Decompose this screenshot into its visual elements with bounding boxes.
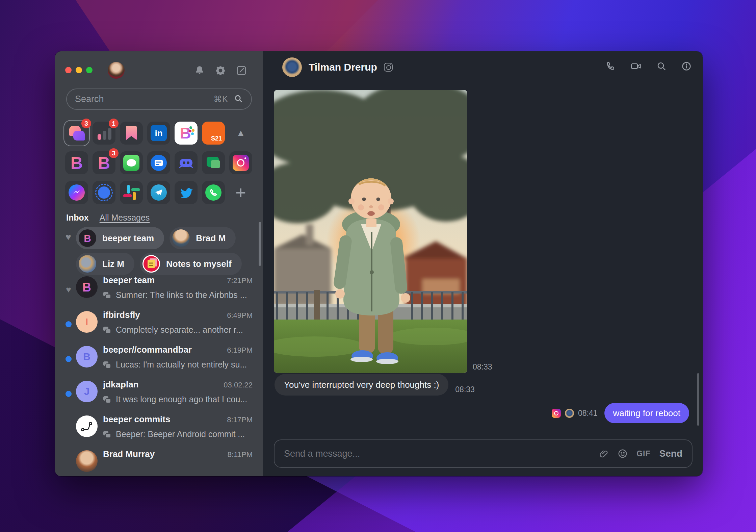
message-history[interactable]: 08:33 You've interrupted very deep thoug… [263,83,703,476]
network-tile-twitter[interactable] [175,181,198,204]
search-icon [234,94,243,105]
favorites-heart-icon: ♥ [66,232,71,243]
avatar: I [76,311,98,333]
network-tile-google-chat[interactable] [202,151,225,174]
chat-time: 03.02.22 [224,381,253,389]
search-input[interactable] [75,94,213,104]
slack-icon-bit [131,188,140,191]
chat-partner-avatar[interactable] [282,57,302,77]
chat-time: 8:17PM [227,415,253,424]
chat-name: Brad Murray [103,449,224,459]
gif-button[interactable]: GIF [636,449,650,458]
chat-list-item-jdkaplan[interactable]: J jdkaplan03.02.22 It was long enough ag… [55,379,263,412]
avatar-commit-graph-icon [76,415,98,437]
favorite-pill-brad-m[interactable]: Brad M [170,227,236,249]
new-chat-compose-icon[interactable] [236,65,247,76]
network-tile-beeper[interactable]: B [65,151,88,174]
chat-name: ifbirdsfly [103,310,223,320]
favorite-pill-liz-m[interactable]: Liz M [76,253,134,275]
network-tile-telegram[interactable] [147,181,170,204]
network-tile-beeper-all-chats[interactable]: 3 [65,122,88,145]
search-bar: ⌘K [66,88,252,110]
avatar: B [76,346,98,368]
message-input[interactable] [284,449,591,459]
favorite-label: Brad M [196,233,226,244]
all-messages-link[interactable]: All Messages [100,213,150,223]
svg-text:B: B [71,154,83,172]
call-phone-icon[interactable] [605,61,616,73]
attach-paperclip-icon[interactable] [599,449,609,458]
avatar [172,229,190,247]
chat-list-item-beeper-commandbar[interactable]: B beeper//commandbar6:19PM Lucas: I'm ac… [55,344,263,378]
collapse-grid-button[interactable]: ▲ [229,122,252,145]
chat-list-item-brad-murray[interactable]: Brad Murray8:11PM [55,448,263,476]
unread-badge: 3 [109,148,119,158]
video-call-icon[interactable] [630,61,642,73]
message-composer: GIF Send [274,439,693,468]
svg-text:B: B [180,124,191,142]
chat-title: Tilman Drerup [309,61,377,73]
network-tile-beeper-workspace[interactable]: B [175,122,198,145]
settings-gear-icon[interactable] [215,65,226,76]
beeper-window: ⌘K 3 1 in B [55,51,703,476]
chat-preview: Completely separate... another r... [116,325,243,335]
favorite-pill-beeper-team[interactable]: B beeper team [76,227,164,249]
discord-icon [178,156,194,170]
network-tile-instagram[interactable] [229,151,252,174]
favorite-pill-notes-to-myself[interactable]: Notes to myself [140,253,242,275]
chat-list-item-ifbirdsfly[interactable]: I ifbirdsfly6:49PM Completely separate..… [55,309,263,343]
emoji-smiley-icon[interactable] [618,449,628,459]
chat-time: 6:19PM [227,346,253,355]
chat-network-icon [103,361,111,369]
sidebar-scrollbar[interactable] [259,222,261,266]
instagram-network-icon [384,63,393,72]
bar-shape [108,128,111,140]
window-minimize-button[interactable] [76,67,82,73]
chat-scrollbar[interactable] [697,373,699,426]
user-profile-avatar[interactable] [108,62,125,79]
unread-badge: 3 [81,119,91,128]
search-in-chat-icon[interactable] [656,61,667,73]
slack-icon-bit [127,185,130,194]
chat-time: 6:49PM [227,311,253,320]
network-tile-bookmarks[interactable] [120,122,143,145]
network-tile-slack[interactable] [120,181,143,204]
outgoing-message-bubble[interactable]: waiting for reboot [604,403,689,423]
s21-label: S21 [211,135,222,142]
network-tile-analytics[interactable]: 1 [93,122,115,145]
network-tile-discord[interactable] [175,151,198,174]
send-button[interactable]: Send [659,448,682,459]
imessage-icon [123,155,139,171]
network-tile-imessage[interactable] [120,151,143,174]
chat-network-icon [103,292,111,299]
network-tile-signal[interactable] [93,181,115,204]
network-tile-messenger[interactable] [65,181,88,204]
slack-icon-bit [133,192,136,200]
inbox-label: Inbox [66,213,89,223]
chat-time: 7:21PM [227,276,253,285]
chat-preview: Lucas: I'm actually not entirely su... [116,360,247,370]
chat-header: Tilman Drerup [263,51,703,83]
chat-list-item-beeper-team[interactable]: ♥ B beeper team7:21PM Sumner: The links … [55,274,263,308]
notifications-bell-icon[interactable] [194,65,205,76]
chat-list-item-beeper-commits[interactable]: beeper commits8:17PM Beeper: Beeper Andr… [55,413,263,447]
search-shortcut-hint: ⌘K [213,94,228,104]
window-zoom-button[interactable] [86,67,93,73]
beeper-logo-icon: B [177,124,195,143]
incoming-message-bubble[interactable]: You've interrupted very deep thoughts :) [275,374,448,396]
chat-preview: Sumner: The links to the Airbnbs ... [116,290,247,300]
network-tile-beeper-unread[interactable]: B 3 [93,151,115,174]
read-receipt-avatar [565,409,574,418]
network-tile-android-messages[interactable] [147,151,170,174]
favorite-label: Notes to myself [166,259,232,269]
network-tile-linkedin[interactable]: in [147,122,170,145]
info-icon[interactable] [681,61,692,73]
network-tile-whatsapp[interactable] [202,181,225,204]
plus-icon: + [235,183,246,202]
window-close-button[interactable] [65,67,72,73]
unread-badge: 1 [109,119,119,128]
network-tile-s21[interactable]: S21 [202,122,225,145]
add-network-button[interactable]: + [229,181,252,204]
photo-message-toddler[interactable] [274,90,467,373]
chat-name: beeper//commandbar [103,345,223,355]
